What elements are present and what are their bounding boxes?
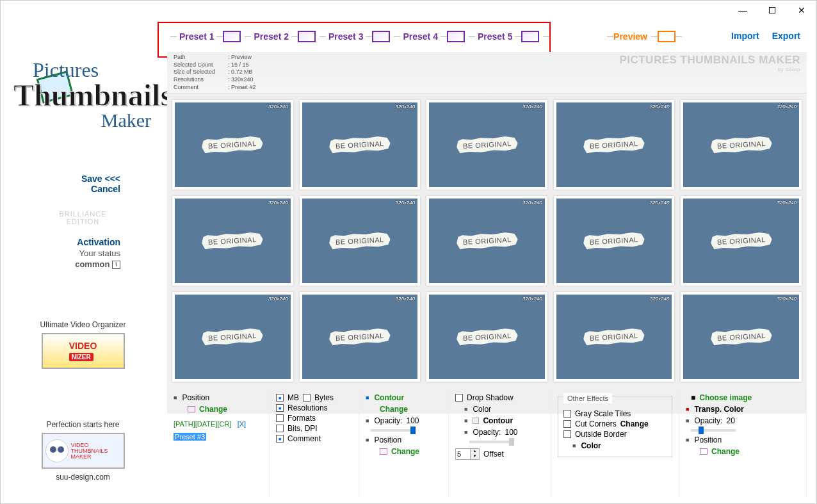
resolution-badge: 320x240 <box>522 200 542 206</box>
change-icon <box>700 448 708 455</box>
swatch-icon <box>223 31 241 42</box>
resolution-badge: 320x240 <box>777 296 797 302</box>
tab-preview[interactable]: Preview <box>607 31 682 42</box>
resolution-badge: 320x240 <box>650 104 670 110</box>
resolution-badge: 320x240 <box>395 200 415 206</box>
titlebar: — ✕ <box>1 1 816 20</box>
tab-preset-5[interactable]: Preset 5 <box>475 31 539 42</box>
thumbnail-content: BE ORIGINAL <box>456 136 518 154</box>
status-label: Your status <box>13 248 152 258</box>
change-link[interactable]: Change <box>620 419 649 428</box>
main-panel: Path: Preview Selected Count: 15 / 15 Si… <box>167 52 807 497</box>
resolution-badge: 320x240 <box>268 296 288 302</box>
maximize-button[interactable] <box>757 1 787 20</box>
resolution-badge: 320x240 <box>522 104 542 110</box>
suu-link[interactable]: suu-design.com <box>13 473 152 482</box>
x-button[interactable]: [X] <box>238 420 246 428</box>
tab-preset-3[interactable]: Preset 3 <box>326 31 390 42</box>
change-icon <box>380 448 387 455</box>
thumbnail[interactable]: 320x240BE ORIGINAL <box>554 292 675 382</box>
cancel-link[interactable]: Cancel <box>13 184 120 194</box>
change-link[interactable]: Change <box>391 447 419 456</box>
opacity-label: Opacity: 100 <box>464 427 544 438</box>
bitsdpi-checkbox[interactable] <box>276 425 284 432</box>
app-title: PICTURES THUMBNAILS MAKERby Scorp <box>619 54 800 72</box>
thumbnail-content: BE ORIGINAL <box>202 328 264 346</box>
change-link[interactable]: Change <box>380 405 408 414</box>
resolution-badge: 320x240 <box>522 296 542 302</box>
tab-preset-1[interactable]: Preset 1 <box>177 31 241 42</box>
thumbnail-content: BE ORIGINAL <box>710 328 772 346</box>
resolutions-checkbox[interactable] <box>276 404 284 412</box>
thumbnail[interactable]: 320x240BE ORIGINAL <box>426 196 547 286</box>
bytes-checkbox[interactable] <box>303 394 311 402</box>
outside-checkbox[interactable] <box>563 430 571 438</box>
comment-checkbox[interactable] <box>276 435 284 443</box>
thumbnail-content: BE ORIGINAL <box>456 232 518 250</box>
opacity-label: Opacity: 20 <box>686 415 800 427</box>
minimize-button[interactable]: — <box>728 1 757 20</box>
promo-vtm[interactable]: VIDEOTHUMBNAILSMAKER <box>42 433 125 469</box>
promo-uvo-label: Ultimate Video Organizer <box>13 320 152 329</box>
thumbnail[interactable]: 320x240BE ORIGINAL <box>554 100 675 190</box>
thumbnail[interactable]: 320x240BE ORIGINAL <box>300 100 421 190</box>
color-option[interactable]: Color <box>464 403 544 415</box>
grayscale-checkbox[interactable] <box>563 410 571 418</box>
status-value: common i <box>13 259 152 269</box>
thumbnail-content: BE ORIGINAL <box>710 136 772 154</box>
thumbnail[interactable]: 320x240BE ORIGINAL <box>300 196 421 286</box>
thumbnail-content: BE ORIGINAL <box>583 136 645 154</box>
swatch-icon <box>447 31 465 42</box>
thumbnail[interactable]: 320x240BE ORIGINAL <box>554 196 675 286</box>
formats-checkbox[interactable] <box>276 414 284 422</box>
thumbnail-content: BE ORIGINAL <box>583 328 645 346</box>
change-link[interactable]: Change <box>711 447 740 456</box>
thumbnail[interactable]: 320x240BE ORIGINAL <box>426 100 547 190</box>
thumbnail[interactable]: 320x240BE ORIGINAL <box>681 100 802 190</box>
transp-color-option[interactable]: Transp. Color <box>686 403 800 415</box>
opacity-slider[interactable] <box>371 429 416 432</box>
thumbnail[interactable]: 320x240BE ORIGINAL <box>172 196 293 286</box>
opacity-slider[interactable] <box>469 441 514 443</box>
color-option[interactable]: Color <box>572 440 667 451</box>
save-link[interactable]: Save <<< <box>13 174 120 184</box>
offset-spinner[interactable]: ▲▼ <box>455 448 480 460</box>
preview-area: 320x240BE ORIGINAL320x240BE ORIGINAL320x… <box>167 93 807 414</box>
change-link[interactable]: Change <box>199 405 227 414</box>
contour-option[interactable]: Contour <box>464 415 544 427</box>
close-button[interactable]: ✕ <box>787 1 816 20</box>
thumbnail[interactable]: 320x240BE ORIGINAL <box>681 196 802 286</box>
sidebar: Pictures Thumbnails Maker Save <<< Cance… <box>1 39 158 487</box>
thumbnail[interactable]: 320x240BE ORIGINAL <box>172 100 293 190</box>
preset-field[interactable]: Preset #3 <box>174 433 206 441</box>
choose-image-link[interactable]: ■ Choose image <box>686 392 800 403</box>
path-tokens: [PATH][DATE][CR] [X] <box>174 420 263 428</box>
import-link[interactable]: Import <box>731 31 759 41</box>
thumbnail[interactable]: 320x240BE ORIGINAL <box>681 292 802 382</box>
info-icon[interactable]: i <box>112 261 120 269</box>
promo-videonizer[interactable]: VIDEONIZER <box>42 333 125 369</box>
thumbnail[interactable]: 320x240BE ORIGINAL <box>300 292 421 382</box>
opacity-label: Opacity: 100 <box>366 415 442 427</box>
cutcorners-checkbox[interactable] <box>563 420 571 428</box>
opacity-slider[interactable] <box>691 429 736 432</box>
resolution-badge: 320x240 <box>268 104 288 110</box>
dropshadow-checkbox[interactable] <box>455 394 463 402</box>
resolution-badge: 320x240 <box>395 296 415 302</box>
offset-label: Offset <box>483 450 504 459</box>
thumbnail-content: BE ORIGINAL <box>456 328 518 346</box>
position-label: Position <box>366 434 442 446</box>
tab-preset-4[interactable]: Preset 4 <box>400 31 464 42</box>
swatch-icon <box>658 31 675 42</box>
contour-option[interactable]: Contour <box>366 392 442 403</box>
mb-checkbox[interactable] <box>276 394 284 402</box>
thumbnail-content: BE ORIGINAL <box>202 136 264 154</box>
thumbnail[interactable]: 320x240BE ORIGINAL <box>426 292 547 382</box>
tab-preset-2[interactable]: Preset 2 <box>251 31 315 42</box>
swatch-icon <box>372 31 390 42</box>
app-logo: Pictures Thumbnails Maker <box>13 58 154 161</box>
thumbnail[interactable]: 320x240BE ORIGINAL <box>172 292 293 382</box>
export-link[interactable]: Export <box>772 31 800 41</box>
thumbnail-content: BE ORIGINAL <box>328 136 391 154</box>
activation-link[interactable]: Activation <box>13 237 152 247</box>
